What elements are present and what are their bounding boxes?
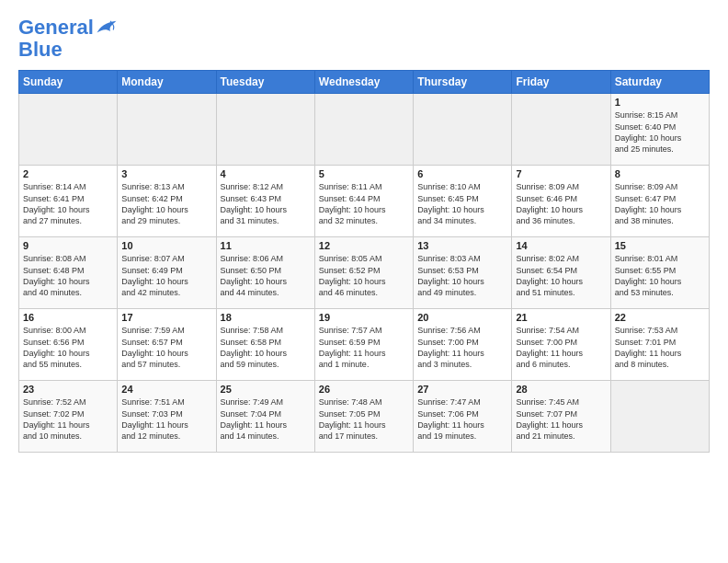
- logo-text: General: [18, 17, 94, 39]
- day-info: Sunrise: 8:11 AM Sunset: 6:44 PM Dayligh…: [319, 181, 409, 226]
- day-info: Sunrise: 8:06 AM Sunset: 6:50 PM Dayligh…: [221, 253, 311, 298]
- day-header-thursday: Thursday: [414, 71, 512, 94]
- calendar-cell: 4Sunrise: 8:12 AM Sunset: 6:43 PM Daylig…: [216, 166, 314, 237]
- calendar-cell: 14Sunrise: 8:02 AM Sunset: 6:54 PM Dayli…: [512, 237, 610, 309]
- calendar-cell: 10Sunrise: 8:07 AM Sunset: 6:49 PM Dayli…: [118, 237, 216, 309]
- day-info: Sunrise: 7:56 AM Sunset: 7:00 PM Dayligh…: [417, 325, 507, 370]
- calendar-cell: 1Sunrise: 8:15 AM Sunset: 6:40 PM Daylig…: [610, 94, 709, 166]
- calendar-cell: 23Sunrise: 7:52 AM Sunset: 7:02 PM Dayli…: [19, 381, 118, 453]
- calendar-cell: 18Sunrise: 7:58 AM Sunset: 6:58 PM Dayli…: [216, 309, 314, 381]
- day-info: Sunrise: 7:52 AM Sunset: 7:02 PM Dayligh…: [23, 396, 113, 442]
- day-number: 13: [417, 240, 507, 251]
- day-info: Sunrise: 8:09 AM Sunset: 6:46 PM Dayligh…: [516, 181, 606, 226]
- day-info: Sunrise: 8:10 AM Sunset: 6:45 PM Dayligh…: [417, 181, 507, 226]
- calendar-cell: [314, 94, 413, 166]
- day-info: Sunrise: 8:00 AM Sunset: 6:56 PM Dayligh…: [23, 325, 113, 370]
- calendar-week-row: 23Sunrise: 7:52 AM Sunset: 7:02 PM Dayli…: [19, 381, 710, 453]
- calendar-cell: 2Sunrise: 8:14 AM Sunset: 6:41 PM Daylig…: [19, 166, 118, 237]
- day-info: Sunrise: 7:59 AM Sunset: 6:57 PM Dayligh…: [121, 325, 211, 370]
- day-number: 26: [319, 384, 409, 395]
- calendar-week-row: 2Sunrise: 8:14 AM Sunset: 6:41 PM Daylig…: [19, 166, 710, 237]
- calendar-cell: 13Sunrise: 8:03 AM Sunset: 6:53 PM Dayli…: [414, 237, 512, 309]
- day-number: 5: [319, 168, 409, 179]
- calendar-cell: 5Sunrise: 8:11 AM Sunset: 6:44 PM Daylig…: [314, 166, 413, 237]
- calendar-cell: [512, 94, 610, 166]
- logo-blue: Blue: [18, 39, 118, 61]
- calendar-cell: 19Sunrise: 7:57 AM Sunset: 6:59 PM Dayli…: [314, 309, 413, 381]
- calendar-cell: 9Sunrise: 8:08 AM Sunset: 6:48 PM Daylig…: [19, 237, 118, 309]
- calendar-cell: 20Sunrise: 7:56 AM Sunset: 7:00 PM Dayli…: [414, 309, 512, 381]
- calendar-cell: [118, 94, 216, 166]
- day-info: Sunrise: 7:45 AM Sunset: 7:07 PM Dayligh…: [516, 396, 606, 442]
- calendar-cell: 21Sunrise: 7:54 AM Sunset: 7:00 PM Dayli…: [512, 309, 610, 381]
- calendar-cell: 25Sunrise: 7:49 AM Sunset: 7:04 PM Dayli…: [216, 381, 314, 453]
- day-header-wednesday: Wednesday: [314, 71, 413, 94]
- calendar-table: SundayMondayTuesdayWednesdayThursdayFrid…: [18, 70, 710, 453]
- day-number: 8: [615, 168, 705, 179]
- day-number: 4: [221, 168, 311, 179]
- day-number: 16: [23, 312, 113, 323]
- day-info: Sunrise: 8:05 AM Sunset: 6:52 PM Dayligh…: [319, 253, 409, 298]
- calendar-cell: 3Sunrise: 8:13 AM Sunset: 6:42 PM Daylig…: [118, 166, 216, 237]
- page: General Blue SundayMondayTuesdayWednesda…: [0, 0, 728, 462]
- day-number: 1: [615, 97, 705, 108]
- day-number: 24: [121, 384, 211, 395]
- day-number: 11: [221, 240, 311, 251]
- day-number: 25: [221, 384, 311, 395]
- calendar-cell: 8Sunrise: 8:09 AM Sunset: 6:47 PM Daylig…: [610, 166, 709, 237]
- day-info: Sunrise: 8:09 AM Sunset: 6:47 PM Dayligh…: [615, 181, 705, 226]
- calendar-cell: 22Sunrise: 7:53 AM Sunset: 7:01 PM Dayli…: [610, 309, 709, 381]
- day-info: Sunrise: 7:53 AM Sunset: 7:01 PM Dayligh…: [615, 325, 705, 370]
- day-number: 18: [221, 312, 311, 323]
- day-info: Sunrise: 7:54 AM Sunset: 7:00 PM Dayligh…: [516, 325, 606, 370]
- calendar-cell: 27Sunrise: 7:47 AM Sunset: 7:06 PM Dayli…: [414, 381, 512, 453]
- day-number: 20: [417, 312, 507, 323]
- day-info: Sunrise: 7:47 AM Sunset: 7:06 PM Dayligh…: [417, 396, 507, 442]
- calendar-cell: 24Sunrise: 7:51 AM Sunset: 7:03 PM Dayli…: [118, 381, 216, 453]
- day-info: Sunrise: 8:15 AM Sunset: 6:40 PM Dayligh…: [615, 109, 705, 155]
- day-number: 2: [23, 168, 113, 179]
- day-header-sunday: Sunday: [19, 71, 118, 94]
- day-header-friday: Friday: [512, 71, 610, 94]
- header: General Blue: [18, 17, 710, 61]
- calendar-cell: 28Sunrise: 7:45 AM Sunset: 7:07 PM Dayli…: [512, 381, 610, 453]
- day-number: 6: [417, 168, 507, 179]
- day-number: 23: [23, 384, 113, 395]
- day-number: 19: [319, 312, 409, 323]
- day-number: 10: [121, 240, 211, 251]
- day-number: 17: [121, 312, 211, 323]
- day-header-monday: Monday: [118, 71, 216, 94]
- calendar-cell: 6Sunrise: 8:10 AM Sunset: 6:45 PM Daylig…: [414, 166, 512, 237]
- calendar-cell: 15Sunrise: 8:01 AM Sunset: 6:55 PM Dayli…: [610, 237, 709, 309]
- calendar-cell: 7Sunrise: 8:09 AM Sunset: 6:46 PM Daylig…: [512, 166, 610, 237]
- day-number: 22: [615, 312, 705, 323]
- day-number: 27: [417, 384, 507, 395]
- day-number: 9: [23, 240, 113, 251]
- day-number: 12: [319, 240, 409, 251]
- day-info: Sunrise: 7:57 AM Sunset: 6:59 PM Dayligh…: [319, 325, 409, 370]
- day-number: 21: [516, 312, 606, 323]
- calendar-cell: [610, 381, 709, 453]
- calendar-cell: [216, 94, 314, 166]
- logo: General Blue: [18, 17, 118, 61]
- calendar-cell: 12Sunrise: 8:05 AM Sunset: 6:52 PM Dayli…: [314, 237, 413, 309]
- day-info: Sunrise: 7:48 AM Sunset: 7:05 PM Dayligh…: [319, 396, 409, 442]
- day-header-saturday: Saturday: [610, 71, 709, 94]
- day-number: 7: [516, 168, 606, 179]
- logo-bird-icon: [96, 18, 118, 37]
- day-info: Sunrise: 7:49 AM Sunset: 7:04 PM Dayligh…: [221, 396, 311, 442]
- calendar-cell: [19, 94, 118, 166]
- calendar-cell: 11Sunrise: 8:06 AM Sunset: 6:50 PM Dayli…: [216, 237, 314, 309]
- day-number: 28: [516, 384, 606, 395]
- day-info: Sunrise: 8:08 AM Sunset: 6:48 PM Dayligh…: [23, 253, 113, 298]
- calendar-cell: 16Sunrise: 8:00 AM Sunset: 6:56 PM Dayli…: [19, 309, 118, 381]
- day-info: Sunrise: 8:02 AM Sunset: 6:54 PM Dayligh…: [516, 253, 606, 298]
- calendar-cell: 26Sunrise: 7:48 AM Sunset: 7:05 PM Dayli…: [314, 381, 413, 453]
- day-info: Sunrise: 8:01 AM Sunset: 6:55 PM Dayligh…: [615, 253, 705, 298]
- day-info: Sunrise: 7:51 AM Sunset: 7:03 PM Dayligh…: [121, 396, 211, 442]
- day-header-tuesday: Tuesday: [216, 71, 314, 94]
- day-info: Sunrise: 7:58 AM Sunset: 6:58 PM Dayligh…: [221, 325, 311, 370]
- calendar-cell: [414, 94, 512, 166]
- day-info: Sunrise: 8:13 AM Sunset: 6:42 PM Dayligh…: [121, 181, 211, 226]
- day-number: 3: [121, 168, 211, 179]
